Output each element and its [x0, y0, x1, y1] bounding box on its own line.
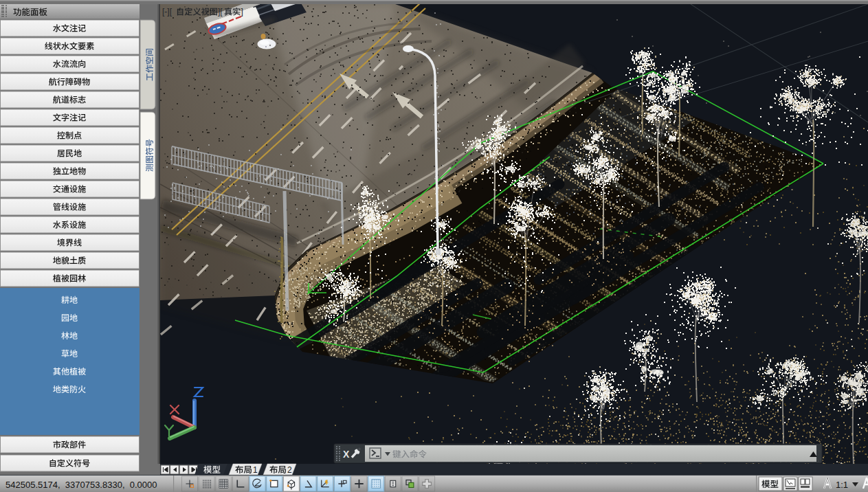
svg-text:]: ] — [241, 7, 243, 16]
svg-text:X: X — [343, 449, 350, 460]
svg-text:[-][: [-][ — [162, 7, 173, 16]
svg-text:][: ][ — [218, 7, 223, 16]
svg-text:542505.5174, 3370753.8330, 0: 542505.5174, 3370753.8330, 0.0000 — [5, 480, 157, 490]
svg-text:2: 2 — [287, 465, 292, 475]
svg-text:1: 1 — [253, 465, 258, 475]
svg-text:1:1: 1:1 — [836, 480, 848, 490]
